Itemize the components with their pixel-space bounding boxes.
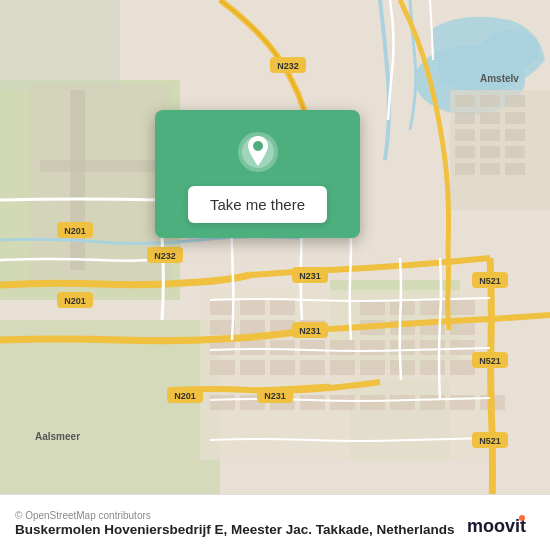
info-bar: © OpenStreetMap contributors Buskermolen… xyxy=(0,494,550,550)
svg-text:N231: N231 xyxy=(299,326,321,336)
svg-rect-57 xyxy=(480,95,500,107)
svg-rect-69 xyxy=(480,163,500,175)
svg-rect-65 xyxy=(455,146,475,158)
svg-rect-70 xyxy=(505,163,525,175)
svg-text:N231: N231 xyxy=(264,391,286,401)
svg-text:N521: N521 xyxy=(479,276,501,286)
svg-rect-34 xyxy=(240,360,265,375)
svg-rect-52 xyxy=(420,395,445,410)
location-pin-icon xyxy=(236,130,280,174)
svg-rect-62 xyxy=(455,129,475,141)
svg-text:N232: N232 xyxy=(154,251,176,261)
svg-text:N201: N201 xyxy=(174,391,196,401)
svg-rect-23 xyxy=(330,340,355,355)
svg-text:N231: N231 xyxy=(299,271,321,281)
svg-rect-22 xyxy=(300,340,325,355)
svg-rect-59 xyxy=(480,112,500,124)
svg-text:N521: N521 xyxy=(479,356,501,366)
svg-rect-8 xyxy=(0,320,220,500)
svg-text:N232: N232 xyxy=(277,61,299,71)
svg-rect-58 xyxy=(455,112,475,124)
moovit-logo-image: moovit xyxy=(465,512,535,540)
svg-rect-51 xyxy=(390,395,415,410)
svg-rect-31 xyxy=(360,340,385,355)
svg-point-99 xyxy=(519,515,525,521)
svg-rect-30 xyxy=(420,340,445,355)
svg-rect-63 xyxy=(480,129,500,141)
moovit-logo: moovit xyxy=(465,512,535,540)
svg-rect-40 xyxy=(420,360,445,375)
svg-rect-4 xyxy=(0,0,120,90)
svg-rect-61 xyxy=(505,112,525,124)
location-card: Take me there xyxy=(155,110,360,238)
svg-rect-32 xyxy=(390,340,415,355)
svg-rect-35 xyxy=(270,360,295,375)
svg-text:Aalsmeer: Aalsmeer xyxy=(35,431,80,442)
svg-rect-49 xyxy=(330,395,355,410)
svg-text:Amstelv: Amstelv xyxy=(480,73,519,84)
svg-rect-50 xyxy=(360,395,385,410)
copyright-text: © OpenStreetMap contributors xyxy=(15,510,455,521)
map-container: N232 N232 N201 N201 N201 N231 N231 N231 … xyxy=(0,0,550,550)
svg-rect-56 xyxy=(455,95,475,107)
map-background: N232 N232 N201 N201 N201 N231 N231 N231 … xyxy=(0,0,550,550)
svg-text:N521: N521 xyxy=(479,436,501,446)
svg-rect-53 xyxy=(450,395,475,410)
svg-rect-21 xyxy=(270,340,295,355)
svg-rect-60 xyxy=(505,95,525,107)
svg-rect-7 xyxy=(40,160,170,172)
svg-text:N201: N201 xyxy=(64,296,86,306)
svg-rect-44 xyxy=(450,360,475,375)
svg-text:moovit: moovit xyxy=(467,516,526,536)
svg-rect-12 xyxy=(210,300,235,315)
svg-text:N201: N201 xyxy=(64,226,86,236)
svg-rect-68 xyxy=(455,163,475,175)
svg-rect-39 xyxy=(390,360,415,375)
svg-rect-37 xyxy=(330,360,355,375)
location-name: Buskermolen Hoveniersbedrijf E, Meester … xyxy=(15,521,455,540)
svg-rect-25 xyxy=(390,300,415,315)
svg-rect-20 xyxy=(240,340,265,355)
svg-rect-36 xyxy=(300,360,325,375)
svg-rect-66 xyxy=(480,146,500,158)
svg-rect-14 xyxy=(270,300,295,315)
svg-rect-33 xyxy=(210,360,235,375)
svg-rect-64 xyxy=(505,129,525,141)
svg-rect-45 xyxy=(210,395,235,410)
svg-rect-24 xyxy=(360,300,385,315)
svg-rect-48 xyxy=(300,395,325,410)
svg-rect-13 xyxy=(240,300,265,315)
svg-rect-38 xyxy=(360,360,385,375)
svg-point-97 xyxy=(253,141,263,151)
location-text-area: © OpenStreetMap contributors Buskermolen… xyxy=(15,507,455,540)
svg-rect-67 xyxy=(505,146,525,158)
take-me-there-button[interactable]: Take me there xyxy=(188,186,327,223)
svg-rect-6 xyxy=(70,90,85,270)
svg-rect-41 xyxy=(450,300,475,315)
